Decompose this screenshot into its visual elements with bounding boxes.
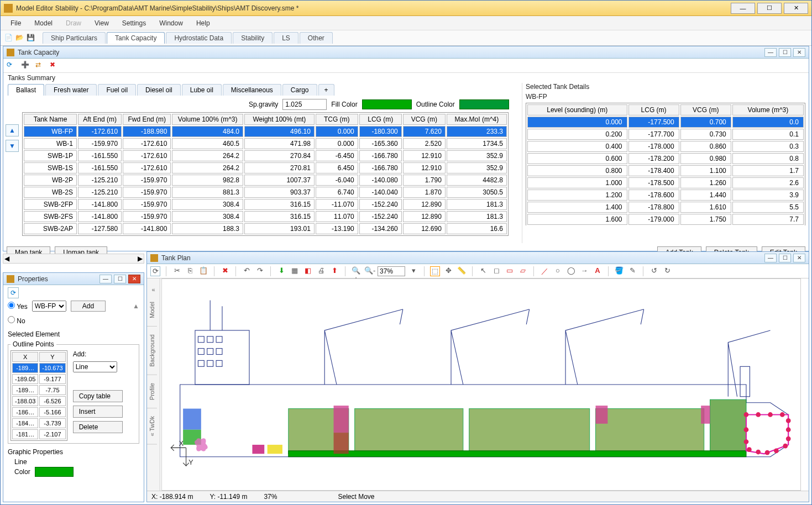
- scroll-left-icon[interactable]: ◀: [4, 255, 9, 262]
- side-tab-background[interactable]: Background: [147, 327, 157, 375]
- ellipse-icon[interactable]: ◯: [566, 266, 576, 276]
- scroll-right-icon[interactable]: ▶: [138, 255, 143, 262]
- plan-minimize-button[interactable]: —: [764, 254, 777, 262]
- zoom-out-icon[interactable]: 🔍-: [364, 266, 374, 276]
- cat-tab-fuel-oil[interactable]: Fuel oil: [98, 84, 136, 96]
- cat-tab-fresh-water[interactable]: Fresh water: [45, 84, 97, 96]
- print-icon[interactable]: 🖨: [316, 266, 326, 276]
- table-row[interactable]: 0.400-178.0000.8600.3: [527, 141, 804, 152]
- import-icon[interactable]: ⬇: [276, 266, 286, 276]
- col-header[interactable]: TCG (m): [316, 114, 358, 125]
- menu-window[interactable]: Window: [154, 17, 188, 29]
- side-tab-twdk[interactable]: « TwDk: [147, 408, 157, 444]
- table-row[interactable]: WB-1-159.970-172.610460.5471.980.000-165…: [24, 138, 507, 149]
- menu-help[interactable]: Help: [191, 17, 216, 29]
- move-row-up-button[interactable]: ▲: [6, 124, 19, 136]
- eyedrop-icon[interactable]: ✎: [627, 266, 637, 276]
- refresh-icon[interactable]: ⟳: [7, 61, 17, 71]
- col-header[interactable]: Level (sounding) (m): [527, 104, 627, 115]
- delete-point-button[interactable]: Delete: [73, 421, 123, 433]
- tab-ls[interactable]: LS: [274, 32, 298, 44]
- add-type-select[interactable]: Line: [73, 361, 117, 372]
- tab-stability[interactable]: Stability: [233, 32, 273, 44]
- cat-tab-diesel-oil[interactable]: Diesel oil: [137, 84, 181, 96]
- table-row[interactable]: -186…-5.166: [12, 407, 66, 417]
- pointer-icon[interactable]: ↖: [478, 266, 488, 276]
- pan-tool-icon[interactable]: ✥: [443, 266, 453, 276]
- tab-ship-particulars[interactable]: Ship Particulars: [43, 32, 106, 44]
- menu-model[interactable]: Model: [29, 17, 58, 29]
- cat-tab-miscellaneous[interactable]: Miscellaneous: [223, 84, 281, 96]
- tank-plan-canvas[interactable]: X Y: [161, 278, 801, 491]
- move-row-down-button[interactable]: ▼: [6, 140, 19, 152]
- table-row[interactable]: -189…-10.673: [12, 363, 66, 373]
- table-row[interactable]: 1.600-179.0001.7507.7: [527, 214, 804, 225]
- table-row[interactable]: -189.05-9.177: [12, 374, 66, 384]
- poly-icon[interactable]: ▱: [518, 266, 528, 276]
- cat-tab-cargo[interactable]: Cargo: [282, 84, 317, 96]
- panel-maximize-button[interactable]: ☐: [779, 48, 791, 57]
- table-row[interactable]: SWB-1P-161.550-172.610264.2270.84-6.450-…: [24, 150, 507, 161]
- col-header[interactable]: Aft End (m): [78, 114, 122, 125]
- table-row[interactable]: 0.600-178.2000.9800.8: [527, 153, 804, 164]
- save-file-icon[interactable]: 💾: [26, 33, 36, 43]
- props-add-button[interactable]: Add: [71, 301, 106, 312]
- table-row[interactable]: 1.000-178.5001.2602.6: [527, 177, 804, 188]
- col-header[interactable]: LCG (m): [628, 104, 679, 115]
- col-header[interactable]: Volume (m^3): [732, 104, 804, 115]
- node-icon[interactable]: ◻: [491, 266, 501, 276]
- props-maximize-button[interactable]: ☐: [114, 275, 126, 283]
- props-toggle-icon[interactable]: ⟳: [8, 287, 19, 298]
- rotate-ccw-icon[interactable]: ↺: [649, 266, 659, 276]
- layers-icon[interactable]: ◧: [303, 266, 313, 276]
- table-row[interactable]: SWB-2AP-127.580-141.800188.3193.01-13.19…: [24, 223, 507, 234]
- copy-icon[interactable]: ⎘: [185, 266, 195, 276]
- table-row[interactable]: SWB-2FP-141.800-159.970308.4316.15-11.07…: [24, 199, 507, 210]
- props-close-button[interactable]: ✕: [128, 275, 140, 283]
- zoom-in-icon[interactable]: 🔍+: [351, 266, 361, 276]
- panel-minimize-button[interactable]: —: [764, 48, 777, 57]
- plan-close-button[interactable]: ✕: [793, 254, 805, 262]
- table-row[interactable]: SWB-2FS-141.800-159.970308.4316.1511.070…: [24, 211, 507, 222]
- cat-tab-lube-oil[interactable]: Lube oil: [182, 84, 222, 96]
- zoom-dropdown-icon[interactable]: ▾: [408, 266, 418, 276]
- props-color-swatch[interactable]: [35, 467, 74, 477]
- tank-select[interactable]: WB-FP: [32, 301, 66, 312]
- new-file-icon[interactable]: 📄: [4, 33, 14, 43]
- table-row[interactable]: 1.400-178.8001.6105.5: [527, 202, 804, 213]
- radio-yes[interactable]: Yes: [8, 302, 28, 311]
- fill-color-swatch[interactable]: [362, 99, 412, 109]
- side-tab-model[interactable]: Model: [147, 294, 157, 327]
- table-row[interactable]: -188.03-6.526: [12, 396, 66, 406]
- measure-tool-icon[interactable]: 📏: [457, 266, 467, 276]
- side-tab-profile[interactable]: Profile: [147, 375, 157, 408]
- add-row-icon[interactable]: ➕: [21, 61, 31, 71]
- plan-refresh-icon[interactable]: ⟳: [150, 266, 160, 276]
- fill-icon[interactable]: 🪣: [614, 266, 624, 276]
- table-row[interactable]: WB-FP-172.610-188.980484.0496.100.000-18…: [24, 126, 507, 137]
- col-header[interactable]: Max.MoI (m^4): [447, 114, 507, 125]
- props-minimize-button[interactable]: —: [99, 275, 112, 283]
- redo-icon[interactable]: ↷: [255, 266, 265, 276]
- outline-color-swatch[interactable]: [459, 99, 509, 109]
- grid-icon[interactable]: ▦: [290, 266, 300, 276]
- table-row[interactable]: 0.000-177.5000.7000.0: [527, 117, 804, 128]
- table-row[interactable]: -189…-7.75: [12, 385, 66, 395]
- copy-table-button[interactable]: Copy table: [73, 390, 123, 402]
- text-icon[interactable]: A: [593, 266, 603, 276]
- cat-tab-ballast[interactable]: Ballast: [8, 84, 44, 96]
- table-row[interactable]: 1.200-178.6001.4403.9: [527, 190, 804, 201]
- table-row[interactable]: -181…-2.107: [12, 429, 66, 439]
- col-header[interactable]: Weight 100% (mt): [244, 114, 315, 125]
- horizontal-scrollbar[interactable]: ◀ ▶: [3, 254, 144, 264]
- tab-tank-capacity[interactable]: Tank Capacity: [107, 32, 165, 44]
- radio-no[interactable]: No: [8, 316, 25, 325]
- insert-button[interactable]: Insert: [73, 406, 123, 418]
- sp-gravity-input[interactable]: [282, 99, 327, 110]
- col-header[interactable]: Volume 100% (m^3): [172, 114, 243, 125]
- tab-hydrostatic-data[interactable]: Hydrostatic Data: [166, 32, 232, 44]
- panel-close-button[interactable]: ✕: [793, 48, 805, 57]
- paste-icon[interactable]: 📋: [198, 266, 208, 276]
- table-row[interactable]: WB-2S-125.210-159.970881.3903.376.740-14…: [24, 187, 507, 198]
- window-close-button[interactable]: ✕: [784, 3, 808, 14]
